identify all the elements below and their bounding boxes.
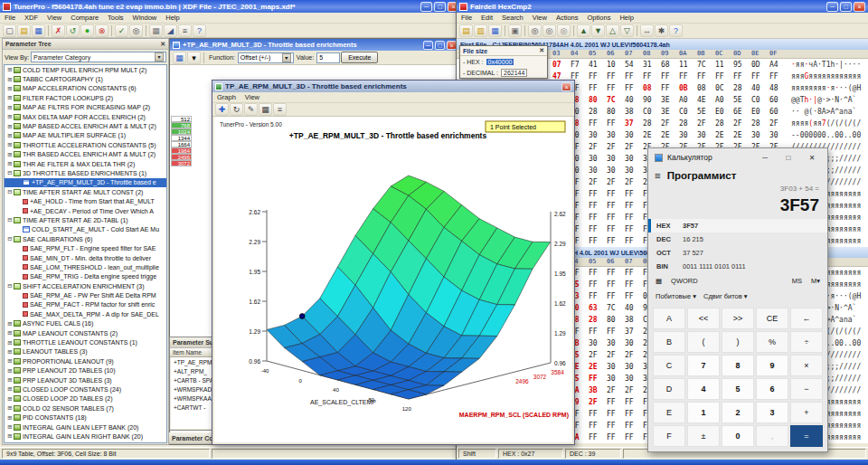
calc-key-<<[interactable]: << [687, 308, 720, 329]
hex-byte[interactable]: 08 [697, 82, 715, 94]
hex-byte[interactable]: 30 [625, 373, 643, 384]
tree-item[interactable]: SAE_RPM_FLT - Engine speed filter for SA… [5, 243, 166, 252]
hex-byte[interactable]: FF [607, 420, 625, 432]
hex-byte[interactable]: FF [715, 71, 733, 82]
expand-icon[interactable]: ⊞ [6, 339, 14, 346]
close-x-icon[interactable]: ✗ [52, 24, 65, 37]
calc-key-0[interactable]: 0 [722, 425, 754, 447]
hex-byte[interactable]: 28 [589, 314, 607, 326]
execute-button[interactable]: Execute [341, 52, 378, 63]
hex-byte[interactable]: FF [589, 118, 607, 129]
radix-row-bin[interactable]: BIN0011 1111 0101 0111 [648, 260, 827, 273]
hex-byte[interactable]: 7C [607, 94, 625, 106]
hamburger-menu-icon[interactable]: ≡ [655, 170, 661, 181]
calc-key-±[interactable]: ± [687, 425, 720, 447]
hex-byte[interactable]: FF [589, 279, 607, 290]
hex-byte[interactable]: C0 [751, 94, 769, 106]
graph-icon[interactable]: ◢ [164, 24, 177, 37]
hex-byte[interactable]: FF [589, 71, 607, 82]
child-minimize-button[interactable]: ─ [423, 41, 433, 50]
hex-byte[interactable]: 7C [607, 302, 625, 314]
hex-byte[interactable]: 5E [733, 94, 751, 106]
maximize-button[interactable]: □ [434, 2, 446, 12]
hex-byte[interactable]: FF [607, 408, 625, 420]
hex-byte[interactable]: 11 [679, 59, 697, 71]
bitwise-dropdown[interactable]: Побитовые ▾ [656, 292, 696, 300]
hex-byte[interactable]: FF [769, 71, 788, 82]
hex-byte[interactable]: 2F [607, 384, 625, 396]
hex-byte[interactable]: 54 [625, 59, 643, 71]
hex-byte[interactable]: 2F [607, 141, 625, 153]
hex-byte[interactable]: A0 [679, 94, 697, 106]
list-icon[interactable]: ≡ [178, 24, 192, 37]
menu-edit[interactable]: Edit [476, 14, 497, 22]
minimize-button[interactable]: ─ [826, 2, 838, 12]
hex-byte[interactable]: 2E [715, 129, 733, 141]
tree-item[interactable]: ⊞MAP LEANOUT CONSTANTS (2) [5, 328, 166, 337]
tree-item[interactable]: ⊞ASYNC FUEL CALS (16) [5, 319, 166, 328]
hex-byte[interactable]: E0 [751, 106, 769, 118]
calc-key-6[interactable]: 6 [756, 378, 788, 400]
calc-key-2[interactable]: 2 [722, 402, 754, 423]
tree-item[interactable]: +AE_DECAY - Period of Time Over Which A [5, 206, 166, 215]
save-icon[interactable]: ▦ [32, 24, 45, 37]
calc-key-←[interactable]: ← [790, 308, 823, 329]
radix-row-oct[interactable]: OCT37 527 [648, 246, 827, 260]
menu-file[interactable]: File [0, 14, 20, 22]
collapse-icon[interactable]: ⊟ [6, 216, 14, 223]
selected-point-marker[interactable] [299, 314, 305, 319]
hex-byte[interactable]: 90 [643, 94, 661, 106]
menu-file[interactable]: File [457, 14, 476, 22]
hex-ascii[interactable]: яяяяяяяя·я···(@H [791, 82, 867, 94]
hex-byte[interactable]: FF [589, 235, 607, 247]
calc-key-B[interactable]: B [653, 331, 685, 353]
hex-byte[interactable]: 07 [552, 59, 571, 71]
expand-icon[interactable]: ⊞ [6, 85, 14, 92]
hex-byte[interactable]: FF [607, 200, 625, 212]
tree-item[interactable]: COLD_START_AE_MULT - Cold Start AE Mu [5, 225, 166, 234]
expand-icon[interactable]: ⊞ [6, 76, 14, 83]
hex-byte[interactable]: 30 [607, 153, 625, 165]
hex-byte[interactable]: FF [589, 432, 607, 443]
memory-menu-button[interactable]: M▾ [811, 277, 820, 285]
tree-item[interactable]: ⊞FILTER FACTOR LOOKUPS (2) [5, 93, 166, 102]
hex-byte[interactable]: FF [589, 420, 607, 432]
hex-byte[interactable]: FF [589, 408, 607, 420]
menu-compare[interactable]: Compare [66, 14, 103, 22]
hex-byte[interactable]: 2E [643, 129, 661, 141]
hex-ascii[interactable]: яяяя(яя7(/(/(/(/ [791, 118, 867, 129]
tree-item[interactable]: ⊞THROTTLE ACCELERATION CONSTANTS (5) [5, 140, 166, 149]
table-editor-titlebar[interactable]: +TP_AE_RPM_MULT_3D - Throttle based enri… [170, 39, 459, 51]
close-button[interactable]: ✕ [803, 154, 821, 162]
hex-byte[interactable]: 28 [643, 118, 661, 129]
save-icon[interactable]: ▦ [488, 24, 502, 37]
menu-search[interactable]: Search [497, 14, 528, 22]
calc-key->>[interactable]: >> [722, 308, 754, 329]
tree-item[interactable]: SAE_RPM_TRIG - Delta engine speed trigge [5, 272, 166, 281]
hex-byte[interactable]: 30 [625, 337, 643, 349]
calc-key-7[interactable]: 7 [687, 355, 720, 376]
tree-item[interactable]: ⊞TABBC CARTOGRAPHY (1) [5, 74, 166, 83]
hex-ascii[interactable]: яяяGяяяяяяяяяяяя [791, 71, 867, 82]
hex-byte[interactable]: 30 [607, 165, 625, 176]
hex-byte[interactable]: 30 [589, 337, 607, 349]
collapse-icon[interactable]: ⊟ [6, 282, 14, 289]
table-row-header-cell[interactable]: 768 [171, 122, 192, 128]
pan-tool-icon[interactable]: ✚ [215, 103, 229, 116]
radix-row-hex[interactable]: HEX3F57 [648, 219, 827, 232]
hex-byte[interactable]: 30 [589, 153, 607, 165]
hex-ascii[interactable]: @@Th·|@·>·N·^А` [791, 94, 867, 106]
tree-item[interactable]: +AE_HOLD - Time from Start that AE_MULT [5, 196, 166, 205]
edit-tool-icon[interactable]: ✎ [244, 103, 258, 116]
swap-files-icon[interactable]: ↔ [640, 24, 654, 37]
hex-byte[interactable]: 30 [679, 129, 697, 141]
close-button[interactable]: × [561, 82, 571, 91]
tree-item[interactable]: SAE_RPM_FACT - RPM factor for shift enri… [5, 300, 166, 309]
hexcmp-titlebar[interactable]: Fairdell HexCmp2 ─ □ × [457, 0, 868, 13]
grid-tool-icon[interactable]: ▦ [259, 103, 272, 116]
tree-item[interactable]: ⊞INTEGRAL GAIN LEAN RIGHT BANK (20) [5, 432, 166, 441]
tree-item[interactable]: SAE_LOM_THRESHOLD - lean_out_multiplie [5, 262, 166, 271]
hex-byte[interactable]: 2F [625, 176, 643, 188]
find-icon[interactable]: ◎ [528, 24, 542, 37]
bitshift-dropdown[interactable]: Сдвиг битов ▾ [703, 292, 748, 300]
